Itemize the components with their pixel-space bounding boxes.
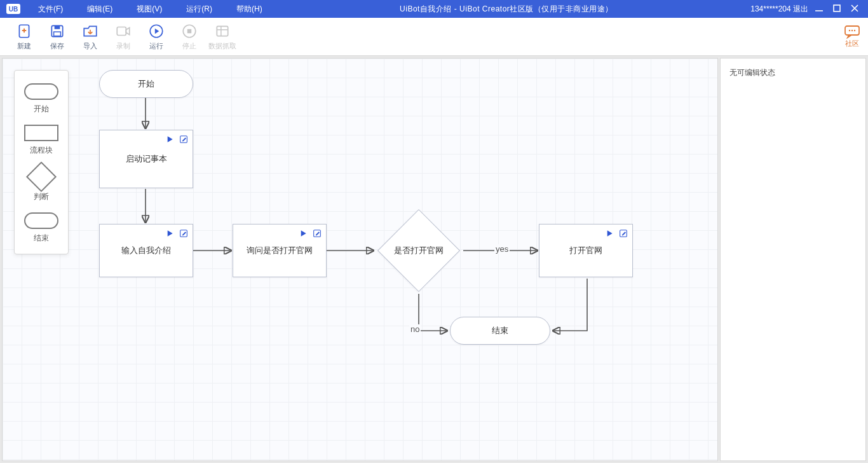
svg-rect-8: [187, 29, 192, 33]
palette-end-label: 结束: [34, 233, 49, 244]
toolbar-new[interactable]: 新建: [8, 23, 41, 51]
node-block4-label: 打开官网: [569, 245, 602, 256]
chat-icon: [844, 25, 860, 39]
toolbar-datacapture: 数据抓取: [206, 23, 239, 51]
toolbar-datacapture-label: 数据抓取: [208, 41, 236, 51]
title-bar: UB 文件(F) 编辑(E) 视图(V) 运行(R) 帮助(H) UiBot自我…: [0, 0, 868, 18]
toolbar-stop: 停止: [173, 23, 206, 51]
record-icon: [115, 23, 132, 39]
svg-point-13: [854, 30, 855, 31]
toolbar-run[interactable]: 运行: [140, 23, 173, 51]
node-block2-label: 输入自我介绍: [121, 245, 171, 256]
user-info[interactable]: 134*****204 退出: [750, 4, 808, 15]
play-icon: [148, 23, 165, 39]
toolbar-record-label: 录制: [116, 41, 130, 51]
svg-rect-9: [217, 26, 227, 36]
toolbar-save-label: 保存: [50, 41, 64, 51]
node-block2[interactable]: 输入自我介绍: [99, 224, 193, 277]
menu-edit[interactable]: 编辑(E): [87, 4, 112, 15]
start-shape-icon: [24, 83, 58, 100]
properties-status: 无可编辑状态: [729, 68, 775, 77]
node-block4[interactable]: 打开官网: [539, 224, 633, 277]
edit-icon[interactable]: [179, 134, 189, 144]
edit-icon[interactable]: [312, 228, 322, 238]
svg-point-11: [849, 30, 850, 31]
play-mini-icon[interactable]: [165, 228, 175, 238]
palette-block-label: 流程块: [30, 145, 53, 156]
node-decision-label: 是否打开官网: [394, 245, 444, 256]
palette-end[interactable]: 结束: [15, 206, 68, 247]
file-plus-icon: [16, 23, 32, 39]
play-mini-icon[interactable]: [604, 228, 614, 238]
save-icon: [49, 23, 65, 39]
play-mini-icon[interactable]: [165, 134, 175, 144]
palette-start[interactable]: 开始: [15, 77, 68, 118]
window-minimize-icon[interactable]: [815, 4, 824, 15]
node-end-label: 结束: [492, 325, 508, 336]
data-capture-icon: [214, 23, 231, 39]
edge-label-no: no: [409, 324, 421, 334]
svg-point-12: [851, 30, 853, 31]
toolbar-save[interactable]: 保存: [41, 23, 74, 51]
decision-shape-icon: [26, 162, 57, 192]
toolbar: 新建 保存 导入 录制 运行 停止 数据抓取 社区: [0, 18, 868, 56]
toolbar-run-label: 运行: [149, 41, 163, 51]
node-block3-label: 询问是否打开官网: [247, 245, 313, 256]
palette-start-label: 开始: [34, 104, 49, 114]
toolbar-community[interactable]: 社区: [844, 25, 860, 48]
svg-rect-5: [117, 27, 126, 35]
toolbar-import-label: 导入: [83, 41, 97, 51]
import-icon: [82, 23, 98, 39]
play-mini-icon[interactable]: [298, 228, 308, 238]
palette-decision[interactable]: 判断: [15, 160, 68, 206]
toolbar-new-label: 新建: [17, 41, 31, 51]
stop-icon: [181, 23, 198, 39]
toolbar-import[interactable]: 导入: [74, 23, 107, 51]
svg-rect-4: [54, 32, 61, 36]
node-decision[interactable]: 是否打开官网: [381, 212, 457, 289]
edit-icon[interactable]: [618, 228, 628, 238]
palette-block[interactable]: 流程块: [15, 118, 68, 160]
palette-decision-label: 判断: [34, 191, 49, 202]
properties-panel: 无可编辑状态: [720, 58, 866, 461]
svg-rect-3: [55, 25, 60, 29]
menu-run[interactable]: 运行(R): [186, 4, 212, 15]
edge-label-yes: yes: [494, 244, 510, 254]
toolbar-record: 录制: [107, 23, 140, 51]
menu-view[interactable]: 视图(V): [137, 4, 162, 15]
node-palette: 开始 流程块 判断 结束: [14, 70, 69, 254]
menu-bar: 文件(F) 编辑(E) 视图(V) 运行(R) 帮助(H): [38, 4, 262, 15]
node-block3[interactable]: 询问是否打开官网: [233, 224, 327, 277]
svg-rect-0: [834, 5, 840, 11]
toolbar-stop-label: 停止: [182, 41, 196, 51]
flow-canvas[interactable]: 开始 流程块 判断 结束: [2, 58, 718, 461]
node-start-label: 开始: [138, 78, 154, 90]
end-shape-icon: [24, 212, 58, 229]
toolbar-community-label: 社区: [845, 39, 859, 48]
node-end[interactable]: 结束: [450, 317, 550, 345]
node-block1-label: 启动记事本: [126, 153, 167, 165]
window-close-icon[interactable]: [850, 4, 859, 15]
menu-file[interactable]: 文件(F): [38, 4, 63, 15]
window-title: UiBot自我介绍 - UiBot Creator社区版（仅用于非商业用途）: [262, 4, 751, 15]
edit-icon[interactable]: [179, 228, 189, 238]
menu-help[interactable]: 帮助(H): [236, 4, 262, 15]
block-shape-icon: [24, 125, 58, 141]
window-maximize-icon[interactable]: [832, 4, 841, 15]
app-logo: UB: [6, 4, 20, 14]
node-block1[interactable]: 启动记事本: [99, 130, 193, 188]
node-start[interactable]: 开始: [99, 70, 193, 98]
